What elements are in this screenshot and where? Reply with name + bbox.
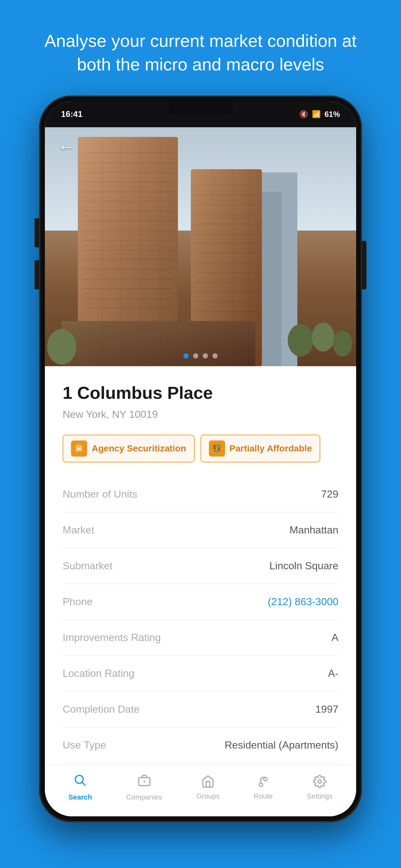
volume-up-button xyxy=(35,218,39,247)
bottom-nav: Search Companies xyxy=(45,765,356,816)
building-illustration xyxy=(45,127,356,366)
submarket-row: Submarket Lincoln Square xyxy=(63,548,338,584)
agency-badge-icon: 🏛 xyxy=(71,440,87,457)
phone-label: Phone xyxy=(63,596,93,608)
battery-icon: 61% xyxy=(325,110,340,119)
svg-point-48 xyxy=(333,331,352,356)
phone-link[interactable]: (212) 863-3000 xyxy=(268,596,338,608)
screen-content: ← 1 Columbus Place New York, NY 10019 🏛 xyxy=(45,127,356,816)
svg-rect-6 xyxy=(62,321,255,366)
mute-icon: 🔇 xyxy=(299,110,308,119)
use-type-value: Residential (Apartments) xyxy=(225,739,338,751)
improvements-value: A xyxy=(332,631,338,644)
nav-settings[interactable]: Settings xyxy=(307,775,333,801)
dot-2[interactable] xyxy=(193,353,198,359)
svg-point-47 xyxy=(312,322,335,352)
partially-affordable-label: Partially Affordable xyxy=(229,443,312,454)
submarket-value: Lincoln Square xyxy=(270,560,338,572)
completion-value: 1997 xyxy=(315,703,338,715)
partially-affordable-badge[interactable]: 💱 Partially Affordable xyxy=(201,435,320,462)
wifi-icon: 📶 xyxy=(312,110,320,119)
status-right-icons: 🔇 📶 61% xyxy=(299,110,340,119)
property-info: 1 Columbus Place New York, NY 10019 🏛 Ag… xyxy=(45,366,356,764)
location-value: A- xyxy=(328,668,338,679)
market-row: Market Manhattan xyxy=(63,513,338,548)
route-nav-label: Route xyxy=(254,792,273,801)
route-icon xyxy=(256,775,270,789)
companies-icon xyxy=(137,774,151,790)
use-type-label: Use Type xyxy=(63,739,106,751)
companies-nav-label: Companies xyxy=(126,793,162,802)
property-name: 1 Columbus Place xyxy=(63,382,338,403)
volume-down-button xyxy=(35,260,39,289)
market-value: Manhattan xyxy=(289,524,338,536)
search-icon xyxy=(73,774,87,790)
property-badges: 🏛 Agency Securitization 💱 Partially Affo… xyxy=(63,435,338,462)
groups-nav-label: Groups xyxy=(196,792,220,801)
units-label: Number of Units xyxy=(63,488,137,500)
power-button xyxy=(362,241,366,289)
groups-icon xyxy=(201,775,215,789)
image-carousel-dots xyxy=(183,353,218,359)
svg-point-49 xyxy=(75,775,83,783)
notch xyxy=(168,101,233,114)
nav-route[interactable]: Route xyxy=(254,775,273,801)
settings-icon xyxy=(313,775,327,789)
agency-securitization-label: Agency Securitization xyxy=(92,443,186,454)
completion-label: Completion Date xyxy=(63,703,140,715)
location-label: Location Rating xyxy=(63,668,134,679)
improvements-label: Improvements Rating xyxy=(63,631,161,644)
nav-companies[interactable]: Companies xyxy=(126,774,162,802)
phone-screen: 16:41 🔇 📶 61% xyxy=(45,101,356,816)
search-nav-label: Search xyxy=(68,793,92,802)
submarket-label: Submarket xyxy=(63,560,113,572)
property-data-rows: Number of Units 729 Market Manhattan Sub… xyxy=(63,476,338,764)
market-label: Market xyxy=(63,524,94,536)
dot-4[interactable] xyxy=(212,353,218,359)
status-time: 16:41 xyxy=(61,109,83,119)
page-header: Analyse your current market condition at… xyxy=(0,0,401,96)
nav-groups[interactable]: Groups xyxy=(196,775,220,801)
nav-search[interactable]: Search xyxy=(68,774,92,802)
use-type-row: Use Type Residential (Apartments) xyxy=(63,727,338,764)
svg-point-45 xyxy=(47,329,76,365)
property-address: New York, NY 10019 xyxy=(63,408,338,421)
back-button[interactable]: ← xyxy=(58,137,74,156)
dot-1[interactable] xyxy=(183,353,189,359)
property-image: ← xyxy=(45,127,356,366)
location-rating-row: Location Rating A- xyxy=(63,656,338,692)
svg-point-46 xyxy=(288,324,313,356)
improvements-rating-row: Improvements Rating A xyxy=(63,620,338,656)
header-tagline: Analyse your current market condition at… xyxy=(0,0,401,96)
number-of-units-row: Number of Units 729 xyxy=(63,476,338,513)
affordable-badge-icon: 💱 xyxy=(209,440,225,457)
agency-securitization-badge[interactable]: 🏛 Agency Securitization xyxy=(63,435,195,462)
phone-device: 16:41 🔇 📶 61% xyxy=(39,96,362,822)
svg-point-53 xyxy=(259,783,263,786)
units-value: 729 xyxy=(321,488,338,500)
status-bar: 16:41 🔇 📶 61% xyxy=(45,101,356,127)
settings-nav-label: Settings xyxy=(307,792,333,801)
completion-date-row: Completion Date 1997 xyxy=(63,692,338,727)
dot-3[interactable] xyxy=(203,353,208,359)
svg-line-50 xyxy=(82,782,86,786)
svg-point-54 xyxy=(318,780,321,783)
phone-row: Phone (212) 863-3000 xyxy=(63,584,338,620)
